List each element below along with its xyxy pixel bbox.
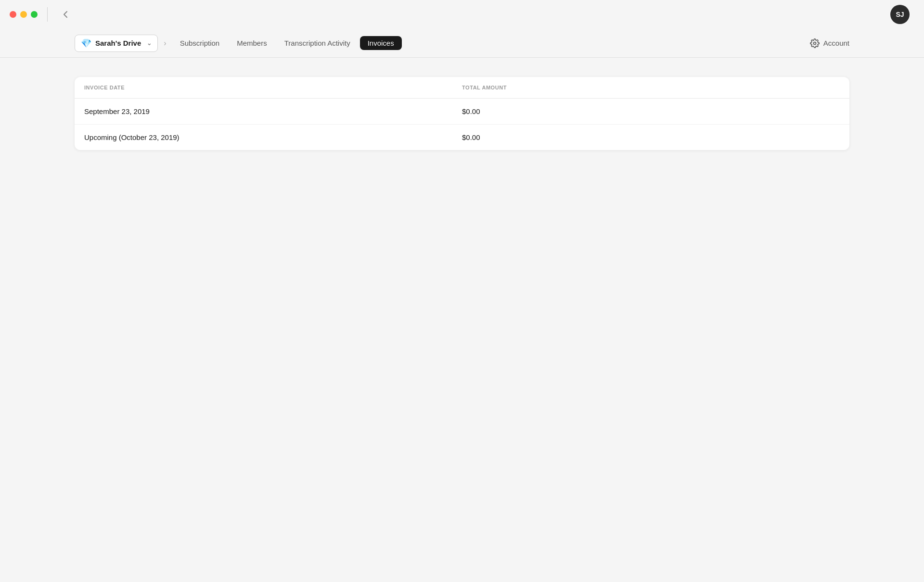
drive-icon: 💎 — [81, 38, 91, 49]
invoices-table: INVOICE DATE TOTAL AMOUNT September 23, … — [75, 77, 849, 150]
tab-members[interactable]: Members — [229, 36, 275, 50]
avatar-initials: SJ — [896, 11, 904, 18]
invoice-amount-1: $0.00 — [462, 107, 840, 115]
minimize-button[interactable] — [20, 11, 27, 18]
account-button[interactable]: Account — [810, 38, 849, 48]
invoice-amount-2: $0.00 — [462, 133, 840, 141]
avatar[interactable]: SJ — [890, 5, 910, 24]
tab-transcription-activity[interactable]: Transcription Activity — [277, 36, 358, 50]
nav-links: Subscription Members Transcription Activ… — [172, 36, 402, 50]
maximize-button[interactable] — [31, 11, 38, 18]
drive-label: Sarah's Drive — [95, 39, 141, 47]
invoice-date-1: September 23, 2019 — [84, 107, 462, 115]
header-date: INVOICE DATE — [84, 85, 462, 90]
svg-point-0 — [813, 42, 816, 44]
window-controls — [10, 11, 38, 18]
header-amount: TOTAL AMOUNT — [462, 85, 840, 90]
close-button[interactable] — [10, 11, 16, 18]
tab-subscription[interactable]: Subscription — [172, 36, 228, 50]
drive-selector[interactable]: 💎 Sarah's Drive ⌄ — [75, 35, 158, 52]
gear-icon — [810, 38, 820, 48]
tab-invoices[interactable]: Invoices — [360, 36, 402, 50]
navbar: 💎 Sarah's Drive ⌄ › Subscription Members… — [0, 29, 924, 58]
back-button[interactable] — [57, 8, 75, 21]
table-header: INVOICE DATE TOTAL AMOUNT — [75, 77, 849, 99]
main-content: INVOICE DATE TOTAL AMOUNT September 23, … — [0, 58, 924, 169]
titlebar: SJ — [0, 0, 924, 29]
table-row[interactable]: Upcoming (October 23, 2019) $0.00 — [75, 125, 849, 150]
back-icon — [61, 10, 71, 19]
breadcrumb-arrow: › — [164, 39, 166, 48]
invoice-date-2: Upcoming (October 23, 2019) — [84, 133, 462, 141]
chevron-down-icon: ⌄ — [147, 40, 152, 47]
titlebar-divider — [47, 7, 48, 22]
account-label: Account — [823, 39, 849, 47]
table-row[interactable]: September 23, 2019 $0.00 — [75, 99, 849, 125]
